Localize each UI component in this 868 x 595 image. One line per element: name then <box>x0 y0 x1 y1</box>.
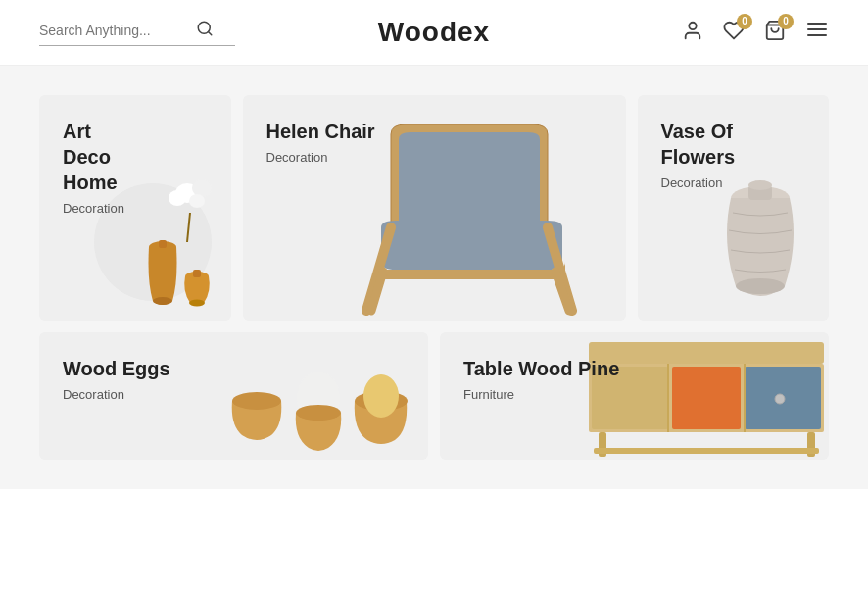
bottom-grid: Wood Eggs Decoration Table Wood Pi <box>39 332 829 460</box>
helen-title: Helen Chair <box>266 119 452 144</box>
woodeggs-subtitle: Decoration <box>63 387 405 402</box>
user-icon <box>682 20 703 41</box>
search-input[interactable] <box>39 23 196 38</box>
wishlist-badge: 0 <box>737 14 752 29</box>
svg-point-13 <box>153 297 172 305</box>
header-right: 0 0 <box>682 18 829 47</box>
top-grid: Art Deco Home Decoration <box>39 95 829 321</box>
vase-subtitle: Decoration <box>661 175 806 190</box>
helen-subtitle: Decoration <box>266 150 603 165</box>
account-icon-btn[interactable] <box>682 20 703 46</box>
card-helen-chair[interactable]: Helen Chair Decoration <box>243 95 626 321</box>
table-title: Table Wood Pine <box>463 356 651 381</box>
menu-btn[interactable] <box>805 18 829 47</box>
wishlist-btn[interactable]: 0 <box>723 20 745 46</box>
hamburger-icon <box>805 18 829 41</box>
vase-title: Vase Of Flowers <box>661 119 741 170</box>
svg-point-15 <box>189 300 205 307</box>
svg-point-19 <box>736 278 785 294</box>
card-wood-eggs[interactable]: Wood Eggs Decoration <box>39 332 428 460</box>
svg-rect-16 <box>159 240 167 248</box>
svg-rect-37 <box>594 448 819 454</box>
svg-point-24 <box>296 405 341 421</box>
svg-line-1 <box>208 31 211 34</box>
cart-btn[interactable]: 0 <box>764 20 786 46</box>
artdeco-title: Art Deco Home <box>63 119 142 195</box>
search-icon <box>196 20 214 37</box>
logo: Woodex <box>378 17 490 48</box>
svg-point-2 <box>689 22 696 28</box>
search-button[interactable] <box>196 20 214 41</box>
cart-badge: 0 <box>778 14 794 29</box>
woodegss-title: Wood Eggs <box>63 356 251 381</box>
table-subtitle: Furniture <box>463 387 805 402</box>
card-art-deco[interactable]: Art Deco Home Decoration <box>39 95 231 321</box>
card-vase-flowers[interactable]: Vase Of Flowers Decoration <box>638 95 830 321</box>
search-area[interactable] <box>39 20 235 46</box>
svg-rect-17 <box>193 270 201 277</box>
artdeco-subtitle: Decoration <box>63 201 208 216</box>
card-table-wood-pine[interactable]: Table Wood Pine Furniture <box>440 332 829 460</box>
svg-line-11 <box>187 213 190 242</box>
